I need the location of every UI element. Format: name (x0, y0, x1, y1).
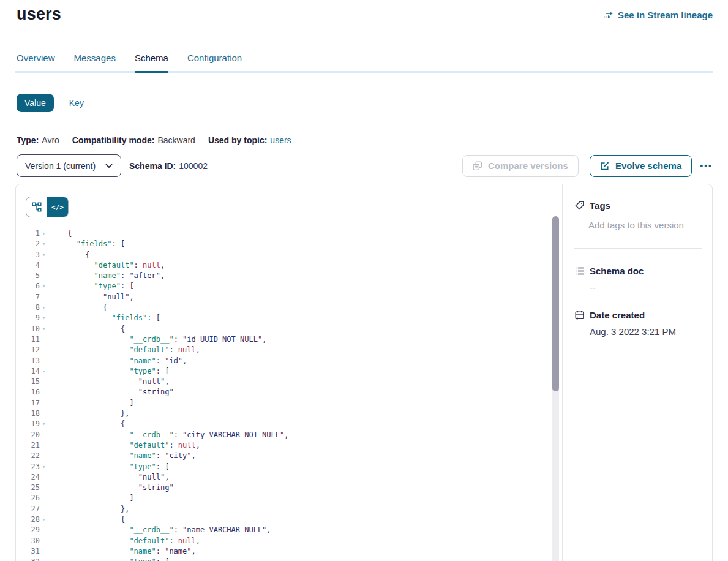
tab-configuration[interactable]: Configuration (187, 53, 242, 71)
tab-messages[interactable]: Messages (74, 53, 116, 71)
code-line: 14▾ "type": [ (16, 366, 550, 377)
compare-versions-button[interactable]: Compare versions (462, 155, 579, 177)
code-text: "name": "name", (48, 546, 196, 557)
code-line: 10▾ { (16, 324, 550, 334)
stream-lineage-label: See in Stream lineage (618, 10, 713, 20)
line-number: 21 (16, 440, 40, 451)
code-text: }, (48, 504, 129, 514)
gutter-divider (48, 227, 48, 561)
key-toggle-button[interactable]: Key (69, 98, 84, 108)
code-text: }, (48, 409, 129, 419)
code-text: "__crdb__": "id UUID NOT NULL", (48, 334, 266, 345)
fold-toggle-icon[interactable]: ▾ (40, 514, 48, 525)
code-text: "type": [ (48, 366, 169, 377)
line-number: 20 (16, 430, 40, 440)
fold-spacer (40, 546, 48, 557)
schema-editor: </> 1▾ {2▾ "fields": [3▾ {4 "default": n… (16, 184, 562, 561)
tab-overview[interactable]: Overview (17, 53, 55, 71)
line-number: 4 (16, 260, 40, 271)
used-by-topic-label: Used by topic: (208, 135, 267, 145)
tag-icon (574, 200, 585, 211)
version-toolbar: Version 1 (current) Schema ID: 100002 (17, 154, 713, 177)
line-number: 25 (16, 483, 40, 493)
fold-spacer (40, 504, 48, 514)
fold-toggle-icon[interactable]: ▾ (40, 557, 48, 561)
topic-link[interactable]: users (270, 135, 291, 145)
code-text: "default": null, (48, 536, 200, 546)
evolve-schema-button[interactable]: Evolve schema (590, 155, 692, 177)
code-text: "fields": [ (48, 313, 160, 323)
code-line: 18 }, (16, 409, 550, 419)
code-text: "fields": [ (48, 239, 125, 249)
code-text: { (48, 324, 125, 334)
line-number: 24 (16, 472, 40, 483)
evolve-schema-label: Evolve schema (615, 160, 681, 171)
tree-view-button[interactable] (26, 197, 47, 217)
code-line: 6▾ "type": [ (16, 281, 550, 292)
line-number: 31 (16, 546, 40, 557)
code-text: "default": null, (48, 260, 165, 271)
line-number: 26 (16, 493, 40, 503)
code-line: 27 }, (16, 504, 550, 514)
line-number: 6 (16, 281, 40, 292)
fold-spacer (40, 430, 48, 440)
line-number: 5 (16, 271, 40, 281)
editor-scrollbar-track[interactable] (552, 216, 559, 561)
code-text: "name": "city", (48, 451, 196, 461)
fold-toggle-icon[interactable]: ▾ (40, 462, 48, 472)
line-number: 2 (16, 239, 40, 249)
code-line: 13 "name": "id", (16, 356, 550, 366)
fold-toggle-icon[interactable]: ▾ (40, 303, 48, 313)
code-line: 24 "null", (16, 472, 550, 483)
line-number: 12 (16, 345, 40, 355)
code-text: "__crdb__": "name VARCHAR NULL", (48, 525, 271, 535)
stream-lineage-icon (603, 10, 614, 20)
version-select[interactable]: Version 1 (current) (17, 154, 121, 177)
fold-toggle-icon[interactable]: ▾ (40, 313, 48, 323)
code-text: { (48, 303, 107, 313)
add-tags-input[interactable] (588, 220, 704, 235)
line-number: 15 (16, 377, 40, 387)
line-number: 14 (16, 366, 40, 377)
fold-toggle-icon[interactable]: ▾ (40, 239, 48, 249)
tags-title: Tags (590, 200, 610, 211)
stream-lineage-link[interactable]: See in Stream lineage (603, 10, 713, 20)
type-value: Avro (42, 135, 59, 145)
tab-schema[interactable]: Schema (135, 53, 168, 73)
code-text: ] (48, 398, 134, 409)
line-number: 19 (16, 419, 40, 429)
code-line: 12 "default": null, (16, 345, 550, 355)
code-line: 1▾ { (16, 228, 550, 239)
fold-toggle-icon[interactable]: ▾ (40, 419, 48, 429)
line-number: 16 (16, 387, 40, 397)
fold-toggle-icon[interactable]: ▾ (40, 228, 48, 239)
code-text: { (48, 250, 89, 260)
editor-scrollbar-thumb[interactable] (552, 216, 559, 391)
fold-spacer (40, 472, 48, 483)
line-number: 10 (16, 324, 40, 334)
fold-spacer (40, 334, 48, 345)
code-text: "null", (48, 472, 169, 483)
fold-toggle-icon[interactable]: ▾ (40, 250, 48, 260)
schema-meta: Type: Avro Compatibility mode: Backward … (17, 135, 291, 145)
chevron-down-icon (105, 164, 113, 168)
calendar-plus-icon (574, 310, 585, 320)
code-line: 22 "name": "city", (16, 451, 550, 461)
more-actions-button[interactable]: ••• (700, 161, 713, 171)
value-toggle-button[interactable]: Value (17, 94, 54, 112)
code-text: { (48, 419, 125, 429)
line-number: 28 (16, 514, 40, 525)
code-line: 25 "string" (16, 483, 550, 493)
fold-spacer (40, 451, 48, 461)
fold-toggle-icon[interactable]: ▾ (40, 281, 48, 292)
code-line: 15 "null", (16, 377, 550, 387)
fold-toggle-icon[interactable]: ▾ (40, 324, 48, 334)
sidebar-divider (574, 248, 702, 249)
code-view-button[interactable]: </> (47, 197, 68, 217)
compare-versions-icon (473, 161, 482, 171)
fold-spacer (40, 398, 48, 409)
fold-spacer (40, 356, 48, 366)
edit-icon (600, 161, 610, 171)
fold-toggle-icon[interactable]: ▾ (40, 366, 48, 377)
code-text: "default": null, (48, 345, 200, 355)
